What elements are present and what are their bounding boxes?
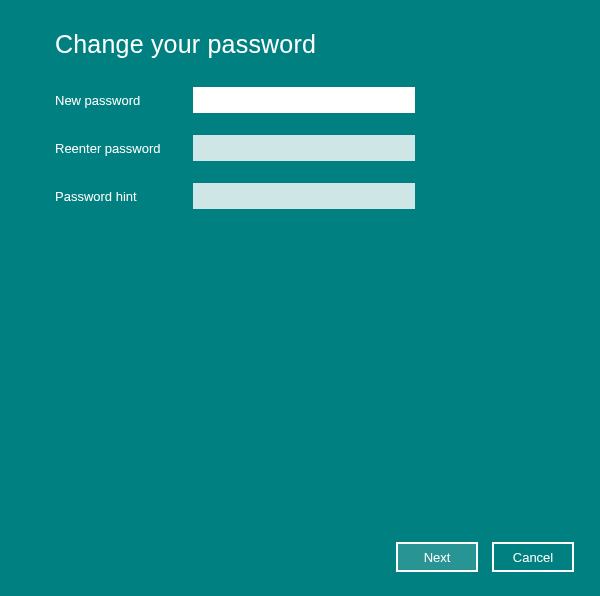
- password-hint-label: Password hint: [55, 189, 193, 204]
- cancel-button[interactable]: Cancel: [492, 542, 574, 572]
- reenter-password-label: Reenter password: [55, 141, 193, 156]
- change-password-form: Change your password New password Reente…: [0, 0, 600, 209]
- page-title: Change your password: [55, 30, 600, 59]
- new-password-row: New password: [55, 87, 600, 113]
- new-password-input[interactable]: [193, 87, 415, 113]
- reenter-password-row: Reenter password: [55, 135, 600, 161]
- password-hint-input[interactable]: [193, 183, 415, 209]
- footer-buttons: Next Cancel: [396, 542, 574, 572]
- reenter-password-input[interactable]: [193, 135, 415, 161]
- password-hint-row: Password hint: [55, 183, 600, 209]
- new-password-label: New password: [55, 93, 193, 108]
- next-button[interactable]: Next: [396, 542, 478, 572]
